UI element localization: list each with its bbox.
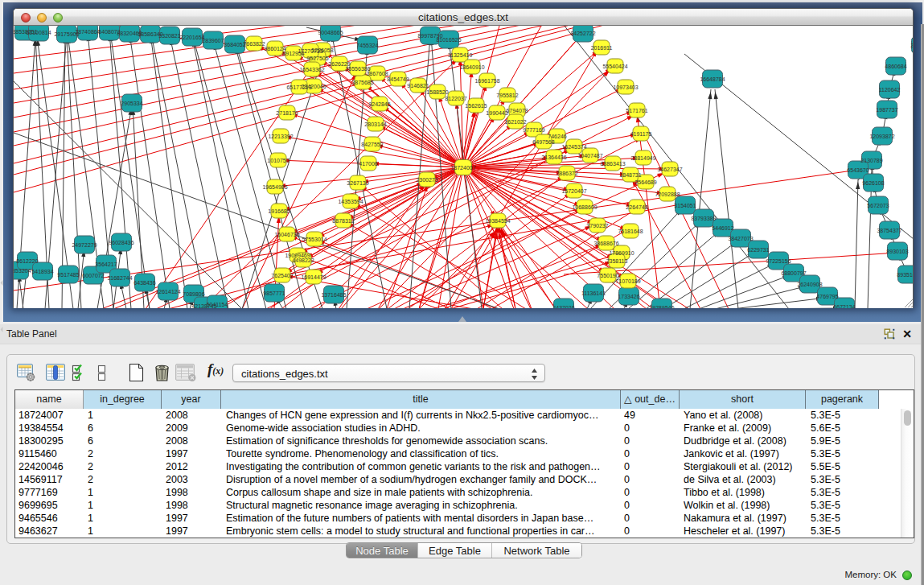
svg-text:81016525: 81016525 — [436, 37, 461, 43]
svg-text:19654985: 19654985 — [262, 184, 287, 190]
svg-text:8930103: 8930103 — [886, 249, 908, 254]
svg-text:3267130: 3267130 — [347, 180, 368, 186]
svg-text:1120642: 1120642 — [879, 87, 901, 93]
svg-text:18640910: 18640910 — [459, 64, 484, 70]
svg-text:18724007: 18724007 — [450, 165, 475, 171]
svg-text:17869910: 17869910 — [609, 250, 634, 256]
svg-text:71070189: 71070189 — [615, 278, 640, 284]
svg-text:10407487: 10407487 — [577, 153, 602, 159]
svg-text:5171761: 5171761 — [626, 108, 647, 113]
svg-text:28814949: 28814949 — [630, 155, 655, 161]
svg-text:63100814: 63100814 — [26, 30, 51, 35]
svg-text:16914479: 16914479 — [301, 274, 326, 280]
svg-text:12614124: 12614124 — [155, 289, 180, 295]
svg-text:2718170: 2718170 — [276, 110, 298, 116]
svg-text:7550190: 7550190 — [597, 273, 618, 278]
svg-text:35556386: 35556386 — [345, 66, 370, 72]
svg-text:8935169: 8935169 — [897, 272, 913, 278]
svg-text:7886372: 7886372 — [556, 171, 577, 176]
svg-text:2905334: 2905334 — [121, 101, 142, 106]
svg-text:1987737: 1987737 — [876, 107, 897, 113]
svg-text:34627347: 34627347 — [657, 167, 682, 172]
svg-text:5446912: 5446912 — [712, 225, 733, 231]
svg-text:68353204: 68353204 — [14, 268, 31, 274]
svg-text:1848731: 1848731 — [619, 172, 641, 178]
svg-text:5041154: 5041154 — [207, 302, 228, 307]
svg-text:1990443: 1990443 — [486, 110, 507, 116]
svg-text:1621022: 1621022 — [504, 119, 526, 125]
svg-text:68800797: 68800797 — [781, 270, 806, 276]
svg-text:1733426: 1733426 — [618, 294, 639, 299]
svg-text:16543362: 16543362 — [299, 67, 324, 72]
svg-text:1562615: 1562615 — [465, 103, 487, 109]
svg-text:10973403: 10973403 — [613, 84, 638, 90]
svg-text:4860684: 4860684 — [885, 64, 906, 69]
svg-text:96028436: 96028436 — [109, 240, 133, 245]
svg-text:8454749: 8454749 — [387, 76, 409, 82]
svg-text:4498222: 4498222 — [292, 257, 314, 263]
svg-text:9242845: 9242845 — [368, 101, 390, 107]
svg-text:19289546: 19289546 — [649, 305, 674, 309]
svg-text:24972279: 24972279 — [72, 242, 97, 248]
svg-text:5418934: 5418934 — [31, 269, 53, 274]
svg-text:417006: 417006 — [359, 161, 377, 167]
svg-text:7955812: 7955812 — [496, 93, 518, 98]
svg-text:9146821: 9146821 — [407, 83, 429, 89]
svg-text:4769795: 4769795 — [816, 294, 838, 299]
svg-text:8878312: 8878312 — [332, 218, 354, 224]
svg-text:5672073: 5672073 — [867, 203, 889, 208]
svg-text:1588520: 1588520 — [426, 89, 448, 95]
svg-text:83793389: 83793389 — [691, 216, 716, 221]
svg-text:90048665: 90048665 — [318, 30, 343, 35]
svg-text:3320821: 3320821 — [158, 33, 180, 39]
svg-text:2867608: 2867608 — [366, 71, 388, 76]
svg-text:12213392: 12213392 — [268, 134, 293, 139]
svg-text:8612220: 8612220 — [16, 258, 38, 264]
svg-text:16961758: 16961758 — [474, 78, 499, 84]
svg-text:2437026: 2437026 — [552, 305, 574, 309]
svg-text:3154051: 3154051 — [674, 203, 696, 208]
svg-text:31682744: 31682744 — [107, 275, 132, 281]
svg-text:83863413: 83863413 — [600, 161, 625, 167]
svg-text:75181648: 75181648 — [618, 229, 643, 234]
svg-text:3564217: 3564217 — [95, 262, 117, 267]
svg-text:12093872: 12093872 — [869, 134, 894, 139]
svg-text:11136141: 11136141 — [581, 290, 606, 296]
svg-text:2921859: 2921859 — [910, 43, 913, 48]
svg-text:8427552: 8427552 — [361, 142, 383, 147]
svg-text:38427073: 38427073 — [728, 236, 753, 241]
svg-text:7089806: 7089806 — [183, 291, 204, 297]
svg-text:15720407: 15720407 — [561, 188, 586, 194]
svg-text:6794078: 6794078 — [506, 108, 528, 113]
svg-text:16245374: 16245374 — [561, 144, 586, 150]
svg-text:6543670: 6543670 — [847, 167, 869, 173]
svg-text:22201654: 22201654 — [179, 35, 204, 40]
svg-text:16648784: 16648784 — [700, 76, 725, 82]
svg-text:2264748: 2264748 — [626, 204, 647, 210]
svg-text:21364436: 21364436 — [541, 154, 566, 160]
svg-text:6672134: 6672134 — [833, 304, 855, 309]
svg-text:2564689: 2564689 — [634, 179, 656, 185]
svg-text:38754377: 38754377 — [877, 228, 901, 233]
svg-text:11325419: 11325419 — [448, 52, 473, 58]
svg-text:1916685: 1916685 — [268, 208, 290, 214]
svg-text:2626229: 2626229 — [328, 61, 350, 67]
svg-text:746246: 746246 — [548, 134, 566, 139]
svg-text:9527505: 9527505 — [306, 56, 328, 61]
svg-text:7358113: 7358113 — [606, 258, 628, 264]
svg-text:97225156: 97225156 — [766, 258, 791, 264]
svg-text:9857771: 9857771 — [263, 290, 285, 296]
svg-text:3875685: 3875685 — [351, 80, 373, 85]
svg-text:8122037: 8122037 — [445, 96, 466, 101]
svg-text:26240908: 26240908 — [797, 282, 822, 287]
svg-text:28740864: 28740864 — [75, 29, 100, 35]
svg-text:1010757: 1010757 — [267, 158, 289, 163]
svg-text:72092888: 72092888 — [655, 192, 680, 197]
svg-text:14353594: 14353594 — [338, 199, 363, 204]
svg-text:16046736: 16046736 — [274, 232, 299, 237]
svg-text:17270733: 17270733 — [298, 48, 322, 54]
svg-text:2016911: 2016911 — [591, 45, 613, 51]
svg-text:6438436: 6438436 — [133, 280, 155, 286]
svg-text:9517485: 9517485 — [57, 272, 79, 278]
svg-text:2803144: 2803144 — [364, 122, 386, 127]
